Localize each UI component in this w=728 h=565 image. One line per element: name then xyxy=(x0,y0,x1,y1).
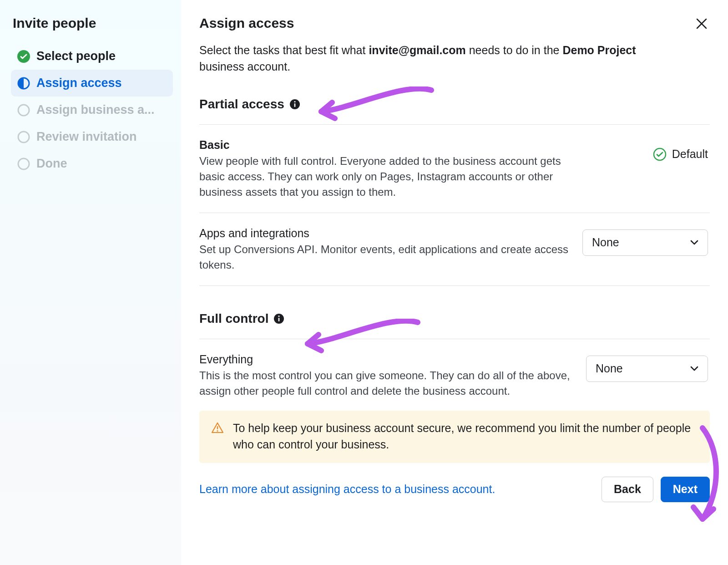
main-panel: Assign access Select the tasks that best… xyxy=(181,0,728,565)
dropdown-value: None xyxy=(596,362,623,375)
svg-point-4 xyxy=(18,158,29,169)
close-icon xyxy=(696,18,708,30)
step-label: Assign business a... xyxy=(36,103,155,117)
partial-access-heading: Partial access xyxy=(199,97,710,112)
divider xyxy=(199,285,710,286)
svg-rect-10 xyxy=(278,318,280,321)
chevron-down-icon xyxy=(690,366,698,372)
step-select-people[interactable]: Select people xyxy=(11,43,173,70)
footer: Learn more about assigning access to a b… xyxy=(199,477,710,509)
full-control-heading: Full control xyxy=(199,311,710,326)
next-button[interactable]: Next xyxy=(661,477,710,502)
check-circle-outline-icon xyxy=(653,148,667,161)
svg-rect-6 xyxy=(294,103,296,107)
svg-point-2 xyxy=(18,105,29,116)
intro-email: invite@gmail.com xyxy=(369,44,465,56)
check-circle-icon xyxy=(17,50,30,63)
step-list: Select people Assign access Assign busin… xyxy=(11,43,173,177)
step-done[interactable]: Done xyxy=(11,150,173,177)
svg-point-7 xyxy=(294,101,295,102)
everything-desc: This is the most control you can give so… xyxy=(199,368,572,399)
sidebar-title: Invite people xyxy=(11,15,173,31)
basic-desc: View people with full control. Everyone … xyxy=(199,153,572,200)
row-basic: Basic View people with full control. Eve… xyxy=(199,138,710,200)
everything-title: Everything xyxy=(199,353,572,366)
divider xyxy=(199,213,710,213)
apps-dropdown[interactable]: None xyxy=(582,229,708,256)
step-label: Assign access xyxy=(36,76,122,90)
security-banner: To help keep your business account secur… xyxy=(199,411,710,463)
apps-title: Apps and integrations xyxy=(199,227,569,240)
svg-point-11 xyxy=(278,316,280,317)
sidebar: Invite people Select people Assign acces… xyxy=(0,0,181,565)
step-assign-access[interactable]: Assign access xyxy=(11,70,173,97)
warning-triangle-icon xyxy=(211,422,224,453)
step-label: Done xyxy=(36,157,67,171)
learn-more-link[interactable]: Learn more about assigning access to a b… xyxy=(199,483,495,496)
info-icon[interactable] xyxy=(290,99,300,109)
half-circle-icon xyxy=(17,77,30,90)
info-icon[interactable] xyxy=(274,314,284,324)
svg-point-13 xyxy=(217,430,218,432)
default-badge: Default xyxy=(653,148,708,161)
banner-text: To help keep your business account secur… xyxy=(233,420,698,453)
apps-desc: Set up Conversions API. Monitor events, … xyxy=(199,242,569,273)
svg-rect-12 xyxy=(217,426,218,429)
page-title: Assign access xyxy=(199,15,294,31)
step-assign-business-assets[interactable]: Assign business a... xyxy=(11,97,173,123)
divider xyxy=(199,339,710,339)
step-label: Select people xyxy=(36,49,116,63)
intro-text: Select the tasks that best fit what invi… xyxy=(199,42,672,75)
divider xyxy=(199,124,710,125)
dropdown-value: None xyxy=(592,236,619,249)
intro-account: Demo Project xyxy=(562,44,636,56)
basic-title: Basic xyxy=(199,138,572,152)
empty-circle-icon xyxy=(17,131,30,143)
row-apps: Apps and integrations Set up Conversions… xyxy=(199,227,710,273)
back-button[interactable]: Back xyxy=(602,477,653,502)
step-label: Review invitation xyxy=(36,130,137,144)
step-review-invitation[interactable]: Review invitation xyxy=(11,123,173,150)
empty-circle-icon xyxy=(17,104,30,117)
close-button[interactable] xyxy=(693,15,710,32)
everything-dropdown[interactable]: None xyxy=(586,356,708,382)
row-everything: Everything This is the most control you … xyxy=(199,353,710,399)
svg-point-3 xyxy=(18,132,29,143)
chevron-down-icon xyxy=(690,240,698,245)
empty-circle-icon xyxy=(17,158,30,170)
